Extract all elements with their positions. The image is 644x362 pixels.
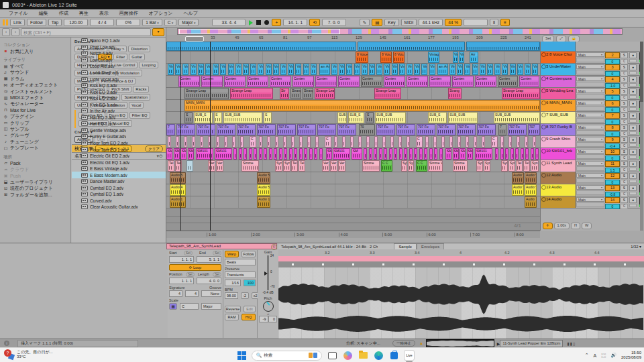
clip[interactable]: Tel	[291, 160, 298, 172]
clip[interactable]	[379, 148, 382, 160]
clip-title-bar[interactable]: Telepath_98_Am_SynthLead	[166, 243, 277, 249]
clip[interactable]: Simme	[453, 160, 468, 172]
fit-height-button[interactable]: H	[571, 223, 580, 229]
tray-clock[interactable]: 15:502025/08/09	[621, 351, 641, 360]
clip[interactable]	[458, 136, 461, 147]
track-name[interactable]: 5 Wedding Lea	[541, 88, 576, 99]
clip[interactable]	[284, 148, 287, 160]
track-name[interactable]: 12 Audio	[541, 172, 576, 184]
clip[interactable]	[424, 148, 427, 160]
clip[interactable]	[404, 148, 407, 160]
track-routing[interactable]: Main	[576, 161, 604, 166]
clip[interactable]: Vin	[459, 52, 464, 63]
clip[interactable]	[389, 148, 392, 160]
clip[interactable]	[466, 42, 540, 51]
clip[interactable]	[517, 136, 520, 147]
sidebar-item-3[interactable]: ▤すべて	[0, 63, 70, 69]
scale-name-select[interactable]: Major	[201, 303, 221, 310]
track-routing[interactable]: Main	[576, 197, 604, 202]
track-number-chip[interactable]: 2	[605, 52, 620, 58]
track-name[interactable]	[541, 42, 576, 51]
clip[interactable]: Conten	[178, 76, 200, 87]
clip[interactable]: Vin	[243, 64, 249, 75]
clip[interactable]: 707 Fu	[197, 124, 215, 135]
pan-extra[interactable]	[629, 83, 637, 86]
clip[interactable]: Tel	[299, 160, 305, 172]
track-number-chip[interactable]: 12	[605, 173, 620, 179]
clip[interactable]: SUB	[337, 112, 347, 123]
sidebar-item-14[interactable]: ≈グルーヴ	[0, 133, 70, 139]
sidebar-item-8[interactable]: ▥MIDIエフェクト	[0, 95, 70, 101]
clip[interactable]: SM	[180, 148, 186, 160]
sidebar-item-19[interactable]: ☁クラウド	[0, 166, 70, 172]
sidebar-item-5[interactable]: ▦ドラム	[0, 76, 70, 82]
clip[interactable]	[254, 148, 257, 160]
pan-extra[interactable]	[629, 156, 637, 159]
zoom-add-icon[interactable]: ✛	[543, 223, 553, 229]
clip[interactable]: Syn	[401, 160, 407, 172]
clip[interactable]: 707 Fu	[297, 124, 316, 135]
clip[interactable]: S	[184, 112, 193, 123]
clip[interactable]: Vin	[182, 64, 189, 75]
clip[interactable]: 707 Fu	[337, 124, 356, 135]
clip[interactable]	[334, 136, 337, 147]
clip[interactable]	[439, 148, 443, 160]
solo-button[interactable]: S	[621, 52, 628, 58]
clip[interactable]: 707 Fu	[396, 124, 415, 135]
clip[interactable]	[390, 136, 394, 147]
clip[interactable]: 707 Fu	[257, 124, 276, 135]
clip[interactable]	[399, 148, 402, 160]
clip[interactable]	[358, 136, 362, 147]
clip[interactable]: 707 Fu	[457, 124, 476, 135]
volume-icon[interactable]: 🔊	[610, 353, 616, 358]
clip[interactable]	[315, 136, 319, 147]
clip[interactable]	[500, 136, 504, 147]
clip[interactable]: S	[264, 112, 272, 123]
clip[interactable]: Vin	[517, 64, 523, 75]
root-note-select[interactable]: C	[180, 303, 199, 310]
clip[interactable]	[264, 148, 267, 160]
clip[interactable]: Conten	[292, 76, 314, 87]
taskbar-weather-widget[interactable]: ? この先、雨の日が...33°C	[4, 349, 53, 359]
pause-button[interactable]: 一時停止	[392, 340, 415, 347]
copilot-icon[interactable]	[342, 350, 353, 361]
clip[interactable]	[398, 136, 402, 147]
clip[interactable]: Conten	[338, 76, 360, 87]
clip[interactable]	[269, 148, 272, 160]
clip[interactable]: C C	[416, 160, 427, 172]
clip[interactable]: Vin	[464, 64, 470, 75]
clip[interactable]: am Am	[437, 64, 448, 75]
bpm-half-button[interactable]: :2	[241, 292, 249, 299]
file-item[interactable]: Lo-Hi Shelf.adv	[72, 70, 166, 76]
pan-extra[interactable]	[629, 107, 637, 111]
clip[interactable]: 707 Fu	[417, 124, 435, 135]
clip[interactable]	[500, 148, 504, 160]
clip[interactable]: Conten	[201, 76, 223, 87]
clip[interactable]	[342, 136, 345, 147]
clip[interactable]	[299, 148, 303, 160]
file-item[interactable]: Electric Git EQ 1.adv	[72, 159, 166, 166]
file-item[interactable]: Curved.adv	[72, 198, 166, 204]
clip[interactable]	[466, 136, 469, 147]
play-button[interactable]	[248, 19, 254, 25]
menu-item-3[interactable]: 再生	[74, 9, 93, 17]
clip[interactable]: Vin	[191, 64, 197, 75]
track-name[interactable]: 6 MAIN_MAIN	[541, 100, 576, 111]
clip[interactable]	[508, 136, 512, 147]
clip[interactable]	[535, 148, 539, 160]
vertical-scrollbar[interactable]	[640, 42, 643, 231]
draw-b-button[interactable]: ▤	[372, 19, 382, 26]
clip[interactable]: Vin	[414, 64, 420, 75]
track-routing[interactable]: Main	[576, 113, 604, 117]
clip[interactable]	[350, 136, 354, 147]
clip[interactable]: Strang	[290, 88, 301, 99]
arm-button[interactable]: ●	[629, 76, 637, 82]
grid-zoom-select[interactable]: 1/32 ▾	[631, 245, 644, 249]
mixer-toggle-icon[interactable]: ≡	[500, 19, 510, 26]
clip[interactable]	[314, 148, 317, 160]
edge-icon[interactable]	[373, 350, 384, 361]
clip[interactable]: Syn	[408, 160, 414, 172]
search-input[interactable]	[21, 28, 151, 36]
scale-keyboard-icon[interactable]: ▦	[169, 303, 177, 310]
sidebar-item-10[interactable]: ⊓Max for Live	[0, 107, 70, 113]
